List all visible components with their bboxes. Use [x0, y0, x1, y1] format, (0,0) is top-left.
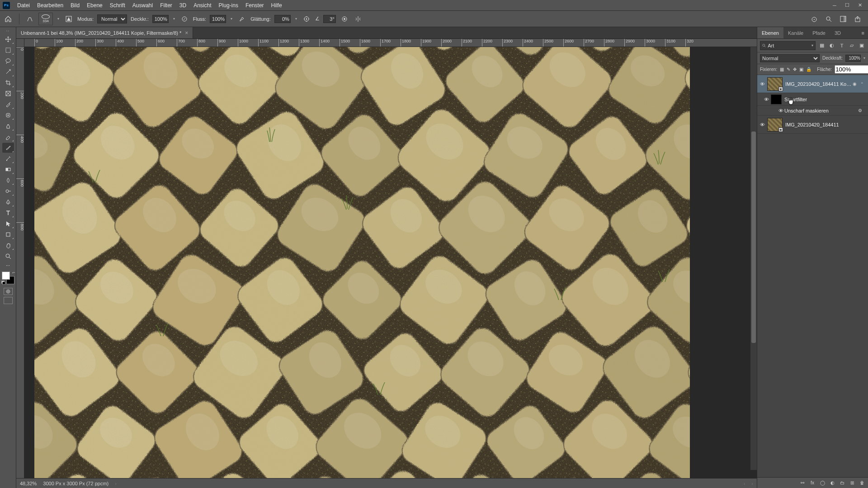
layer-filter-type[interactable]: ▾ [760, 41, 816, 50]
filter-type-icon[interactable]: T [838, 42, 845, 49]
opacity-dropdown-icon[interactable]: ▾ [172, 17, 176, 21]
smoothing-input[interactable] [274, 15, 291, 23]
symmetry-icon[interactable] [353, 14, 363, 24]
quick-mask-toggle[interactable] [4, 288, 13, 295]
menu-hilfe[interactable]: Hilfe [268, 2, 286, 9]
angle-input[interactable] [323, 15, 336, 23]
smoothing-dropdown-icon[interactable]: ▾ [294, 17, 298, 21]
shape-tool[interactable] [2, 230, 14, 239]
menu-3d[interactable]: 3D [176, 2, 190, 9]
visibility-toggle[interactable]: 👁 [777, 108, 784, 113]
layer-filter-input[interactable] [768, 43, 810, 48]
lock-position-icon[interactable]: ✥ [793, 66, 797, 73]
layer-thumbnail[interactable]: ▣ [767, 118, 783, 131]
foreground-color[interactable] [2, 272, 10, 280]
menu-plugins[interactable]: Plug-ins [215, 2, 242, 9]
link-layers-icon[interactable]: ⚯ [798, 479, 807, 487]
tab-3d[interactable]: 3D [830, 27, 845, 38]
layer-name[interactable]: IMG_20210420_184411 [785, 122, 865, 127]
healing-tool[interactable] [2, 110, 14, 120]
blur-tool[interactable] [2, 175, 14, 185]
lock-all-icon[interactable]: 🔒 [806, 66, 811, 73]
filter-entry-row[interactable]: 👁 Unscharf maskieren ⚙ [757, 106, 868, 116]
default-colors-icon[interactable] [1, 281, 5, 285]
status-nav-left-icon[interactable]: ‹ [744, 481, 745, 486]
search-icon[interactable] [824, 14, 834, 24]
brush-panel-toggle[interactable] [64, 14, 74, 24]
tool-preset-icon[interactable] [25, 14, 35, 24]
toolbox-grip[interactable]: ›› [6, 29, 9, 33]
swap-colors-icon[interactable]: ⤺ [12, 271, 15, 275]
marquee-tool[interactable] [2, 45, 14, 55]
tab-ebenen[interactable]: Ebenen [757, 27, 783, 38]
tab-kanaele[interactable]: Kanäle [783, 27, 808, 38]
clone-tool[interactable] [2, 121, 14, 131]
cloud-docs-icon[interactable] [809, 14, 819, 24]
layer-row[interactable]: 👁 ▣ IMG_20210420_184411 Kopie ◉ ⌃ [757, 75, 868, 93]
type-tool[interactable] [2, 208, 14, 218]
dodge-tool[interactable] [2, 186, 14, 196]
home-button[interactable] [3, 14, 14, 24]
flow-input[interactable] [210, 15, 226, 23]
hand-tool[interactable] [2, 240, 14, 250]
canvas[interactable] [34, 47, 690, 478]
brush-preset-picker[interactable]: 334 [38, 13, 53, 25]
zoom-tool[interactable] [2, 251, 14, 261]
visibility-toggle[interactable]: 👁 [757, 81, 767, 87]
filter-smart-icon[interactable]: ▣ [858, 42, 865, 49]
canvas-viewport[interactable] [24, 47, 757, 478]
color-swatches[interactable]: ⤺ [2, 272, 14, 284]
move-tool[interactable] [2, 34, 14, 44]
menu-bearbeiten[interactable]: Bearbeiten [33, 2, 67, 9]
history-brush-tool[interactable] [2, 154, 14, 164]
menu-ebene[interactable]: Ebene [83, 2, 106, 9]
gradient-tool[interactable] [2, 164, 14, 174]
tab-pfade[interactable]: Pfade [808, 27, 830, 38]
filter-adjust-icon[interactable]: ◐ [828, 42, 835, 49]
menu-bild[interactable]: Bild [67, 2, 83, 9]
airbrush-icon[interactable] [237, 14, 247, 24]
horizontal-ruler[interactable]: 0100200300400500600700800900100011001200… [24, 39, 757, 47]
layer-row[interactable]: 👁 ▣ IMG_20210420_184411 [757, 116, 868, 134]
brush-dropdown-icon[interactable]: ▾ [57, 17, 60, 21]
menu-fenster[interactable]: Fenster [242, 2, 268, 9]
layer-name[interactable]: IMG_20210420_184411 Kopie [785, 81, 853, 87]
menu-datei[interactable]: Datei [14, 2, 33, 9]
brush-tool[interactable] [2, 143, 14, 153]
opacity-pressure-icon[interactable] [179, 14, 189, 24]
eraser-tool[interactable] [2, 132, 14, 142]
document-dimensions[interactable]: 3000 Px x 3000 Px (72 ppcm) [43, 481, 108, 486]
new-adjustment-icon[interactable]: ◐ [828, 479, 836, 487]
filter-mask-thumbnail[interactable] [771, 94, 782, 104]
smart-filter-row[interactable]: 👁 Smartfilter [757, 93, 868, 106]
flow-dropdown-icon[interactable]: ▾ [230, 17, 233, 21]
screen-mode-toggle[interactable] [4, 297, 13, 304]
panel-menu-icon[interactable]: ≡ [858, 27, 868, 38]
layer-thumbnail[interactable]: ▣ [767, 77, 783, 91]
size-pressure-icon[interactable] [340, 14, 349, 24]
expand-toggle[interactable]: ⌃ [859, 82, 865, 86]
eyedropper-tool[interactable] [2, 99, 14, 109]
opacity-input[interactable] [152, 15, 169, 23]
status-nav-right-icon[interactable]: › [751, 481, 753, 486]
add-mask-icon[interactable]: ◯ [818, 479, 826, 487]
vertical-ruler[interactable]: 0200400600800 [16, 47, 24, 478]
crop-tool[interactable] [2, 78, 14, 88]
ruler-origin[interactable] [16, 39, 24, 47]
document-tab[interactable]: Unbenannt-1 bei 48,3% (IMG_20210420_1844… [16, 27, 193, 38]
wand-tool[interactable] [2, 67, 14, 77]
menu-auswahl[interactable]: Auswahl [129, 2, 156, 9]
filter-visibility-icon[interactable]: ◉ [853, 81, 859, 86]
blend-mode-select[interactable]: Normal [97, 14, 127, 23]
status-chevron-icon[interactable]: › [115, 481, 117, 486]
new-layer-icon[interactable]: ⊞ [848, 479, 856, 487]
lock-transparency-icon[interactable]: ▦ [780, 66, 784, 73]
layer-opacity-input[interactable] [845, 55, 861, 62]
filter-shape-icon[interactable]: ▱ [848, 42, 855, 49]
delete-layer-icon[interactable]: 🗑 [858, 479, 866, 487]
tab-close-icon[interactable]: × [185, 30, 188, 36]
new-group-icon[interactable]: 🗀 [838, 479, 846, 487]
layer-blend-mode[interactable]: Normal [760, 54, 820, 62]
filter-options-icon[interactable]: ⚙ [858, 108, 865, 113]
workspace-icon[interactable] [838, 14, 848, 24]
